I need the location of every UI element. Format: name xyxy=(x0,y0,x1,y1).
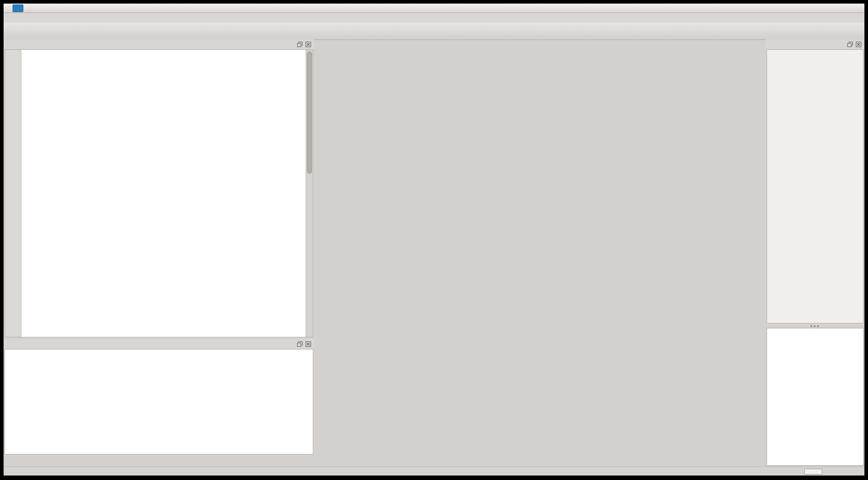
app-window: ●●● xyxy=(4,4,864,476)
close-panel-icon[interactable] xyxy=(305,341,311,347)
titlebar xyxy=(4,4,864,13)
toolbar xyxy=(4,22,864,40)
parameters-table xyxy=(767,328,864,466)
panel-splitter[interactable]: ●●● xyxy=(766,324,864,328)
code-editor[interactable] xyxy=(4,49,313,337)
editor-scrollbar-thumb[interactable] xyxy=(307,52,312,174)
editor-scrollbar[interactable] xyxy=(306,50,313,337)
line-number-gutter xyxy=(5,50,22,337)
viewport-3d[interactable] xyxy=(316,39,764,467)
screenshot-root: ●●● xyxy=(0,0,868,480)
variables-table xyxy=(4,349,313,454)
app-logo-icon xyxy=(13,4,23,12)
editor-panel xyxy=(4,39,314,338)
float-panel-icon[interactable] xyxy=(297,341,303,347)
close-panel-icon[interactable] xyxy=(855,41,862,48)
float-panel-icon[interactable] xyxy=(297,41,303,48)
editor-panel-titlebar xyxy=(4,39,314,49)
parameters-panel xyxy=(766,328,864,467)
variables-panel-titlebar xyxy=(4,339,314,349)
status-box xyxy=(804,469,822,475)
float-panel-icon[interactable] xyxy=(847,41,853,48)
variables-panel xyxy=(4,339,314,454)
menubar xyxy=(4,13,864,22)
close-panel-icon[interactable] xyxy=(305,41,311,48)
dock-tab-bar xyxy=(4,454,315,467)
objects-tree xyxy=(767,49,864,323)
status-bar xyxy=(4,467,864,476)
objects-panel xyxy=(766,39,864,324)
objects-panel-titlebar xyxy=(766,39,864,49)
